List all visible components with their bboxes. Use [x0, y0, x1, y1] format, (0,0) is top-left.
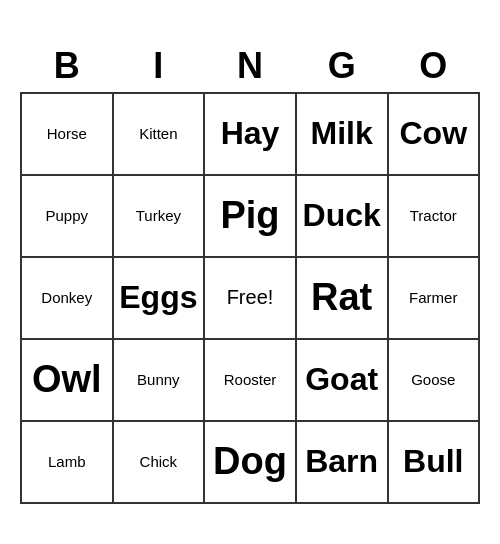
bingo-cell-r4-c4: Bull [388, 421, 480, 503]
header-letter-b: B [21, 41, 113, 93]
bingo-header: BINGO [21, 41, 479, 93]
bingo-cell-r0-c2: Hay [204, 93, 296, 175]
bingo-row-2: DonkeyEggsFree!RatFarmer [21, 257, 479, 339]
bingo-cell-r2-c4: Farmer [388, 257, 480, 339]
bingo-cell-r1-c4: Tractor [388, 175, 480, 257]
bingo-cell-r1-c2: Pig [204, 175, 296, 257]
bingo-cell-r3-c0: Owl [21, 339, 113, 421]
bingo-cell-r1-c1: Turkey [113, 175, 205, 257]
bingo-cell-r2-c1: Eggs [113, 257, 205, 339]
bingo-cell-r2-c0: Donkey [21, 257, 113, 339]
bingo-cell-r0-c4: Cow [388, 93, 480, 175]
bingo-row-3: OwlBunnyRoosterGoatGoose [21, 339, 479, 421]
bingo-cell-r3-c4: Goose [388, 339, 480, 421]
bingo-cell-r4-c2: Dog [204, 421, 296, 503]
bingo-cell-r4-c3: Barn [296, 421, 388, 503]
bingo-cell-r1-c3: Duck [296, 175, 388, 257]
bingo-cell-r4-c0: Lamb [21, 421, 113, 503]
header-letter-i: I [113, 41, 205, 93]
bingo-cell-r2-c2: Free! [204, 257, 296, 339]
bingo-card: BINGO HorseKittenHayMilkCowPuppyTurkeyPi… [20, 41, 480, 504]
bingo-cell-r3-c2: Rooster [204, 339, 296, 421]
header-letter-g: G [296, 41, 388, 93]
bingo-cell-r3-c1: Bunny [113, 339, 205, 421]
header-letter-n: N [204, 41, 296, 93]
bingo-cell-r3-c3: Goat [296, 339, 388, 421]
bingo-cell-r0-c3: Milk [296, 93, 388, 175]
bingo-cell-r4-c1: Chick [113, 421, 205, 503]
bingo-cell-r1-c0: Puppy [21, 175, 113, 257]
bingo-cell-r2-c3: Rat [296, 257, 388, 339]
header-letter-o: O [388, 41, 480, 93]
bingo-body: HorseKittenHayMilkCowPuppyTurkeyPigDuckT… [21, 93, 479, 503]
bingo-row-4: LambChickDogBarnBull [21, 421, 479, 503]
bingo-cell-r0-c0: Horse [21, 93, 113, 175]
bingo-cell-r0-c1: Kitten [113, 93, 205, 175]
bingo-row-0: HorseKittenHayMilkCow [21, 93, 479, 175]
bingo-row-1: PuppyTurkeyPigDuckTractor [21, 175, 479, 257]
